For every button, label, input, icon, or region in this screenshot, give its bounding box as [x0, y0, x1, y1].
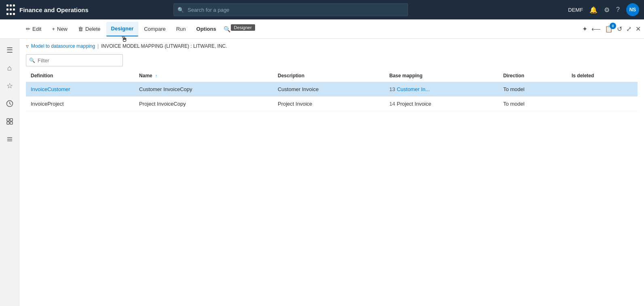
base-mapping-num: 13: [389, 86, 395, 92]
close-icon[interactable]: ✕: [636, 25, 641, 33]
search-bar-container: 🔍: [173, 3, 408, 16]
data-table-container: Definition Name ↑ Description Base mappi…: [19, 70, 644, 306]
toolbar: ✏ Edit + New 🗑 Delete Designer Designer …: [0, 19, 644, 39]
open-new-icon[interactable]: ⤢: [626, 25, 631, 33]
svg-rect-3: [7, 122, 9, 124]
cell-definition: InvoiceProject: [26, 97, 134, 111]
base-mapping-num: 14: [389, 101, 395, 107]
filter-bar: 🔍: [19, 51, 644, 70]
breadcrumb-link[interactable]: Model to datasource mapping: [31, 43, 95, 49]
content-area: ▿ Model to datasource mapping | INVOICE …: [19, 39, 644, 306]
sidebar-item-favorites[interactable]: ☆: [2, 78, 18, 94]
cell-base-mapping[interactable]: 13Customer In...: [384, 82, 498, 97]
col-header-is-deleted: Is deleted: [567, 70, 638, 82]
designer-button[interactable]: Designer: [106, 22, 139, 36]
cell-name: Customer InvoiceCopy: [134, 82, 273, 97]
filter-icon[interactable]: ▿: [26, 43, 29, 49]
run-button[interactable]: Run: [171, 22, 191, 36]
cell-is-deleted: [567, 97, 638, 111]
edit-icon: ✏: [26, 26, 30, 32]
svg-rect-4: [10, 122, 13, 124]
col-header-name[interactable]: Name ↑: [134, 70, 273, 82]
cell-base-mapping: 14Project Invoice: [384, 97, 498, 111]
collapse-icon[interactable]: ⟵: [591, 25, 601, 33]
sidebar-item-workspace[interactable]: [2, 113, 18, 130]
help-icon[interactable]: ?: [616, 6, 620, 13]
cell-direction: To model: [498, 97, 567, 111]
options-button[interactable]: Options: [192, 22, 221, 36]
sort-arrow-name: ↑: [155, 74, 157, 78]
breadcrumb-separator: |: [97, 43, 99, 49]
table-body: InvoiceCustomerCustomer InvoiceCopyCusto…: [26, 82, 638, 111]
delete-button[interactable]: 🗑 Delete: [73, 22, 106, 36]
new-button[interactable]: + New: [47, 22, 72, 36]
compare-button[interactable]: Compare: [139, 22, 170, 36]
sidebar: ☰ ⌂ ☆: [0, 39, 19, 306]
cell-description: Customer Invoice: [273, 82, 384, 97]
delete-icon: 🗑: [78, 26, 83, 32]
col-header-definition: Definition: [26, 70, 134, 82]
toolbar-search-icon[interactable]: 🔍: [224, 26, 230, 32]
filter-search-icon: 🔍: [29, 57, 35, 63]
refresh-icon[interactable]: ↺: [617, 25, 622, 33]
app-title: Finance and Operations: [19, 6, 89, 13]
cell-direction: To model: [498, 82, 567, 97]
sidebar-item-recent[interactable]: [2, 96, 18, 112]
cell-definition[interactable]: InvoiceCustomer: [26, 82, 134, 97]
settings-icon[interactable]: ⚙: [604, 6, 610, 14]
new-icon: +: [52, 26, 55, 32]
app-grid-icon[interactable]: [5, 4, 16, 15]
cell-is-deleted: [567, 82, 638, 97]
col-header-base-mapping: Base mapping: [384, 70, 498, 82]
search-input[interactable]: [173, 3, 408, 16]
table-header-row: Definition Name ↑ Description Base mappi…: [26, 70, 638, 82]
notification-badge-wrap[interactable]: 📋 0: [605, 25, 613, 33]
svg-rect-1: [7, 119, 9, 121]
personalize-icon[interactable]: ✦: [582, 25, 587, 33]
table-row[interactable]: InvoiceProjectProject InvoiceCopyProject…: [26, 97, 638, 111]
sidebar-item-list[interactable]: [2, 131, 18, 147]
cell-description: Project Invoice: [273, 97, 384, 111]
search-icon: 🔍: [177, 7, 184, 13]
svg-rect-2: [10, 119, 13, 121]
top-bar: Finance and Operations 🔍 DEMF 🔔 ⚙ ? NS: [0, 0, 644, 19]
designer-tooltip: Designer: [231, 24, 255, 31]
toolbar-right-icons: ✦ ⟵ 📋 0 ↺ ⤢ ✕: [582, 25, 641, 33]
col-header-description: Description: [273, 70, 384, 82]
filter-input[interactable]: [26, 54, 123, 66]
designer-btn-wrapper: Designer Designer 🖱: [106, 22, 139, 36]
mapping-table: Definition Name ↑ Description Base mappi…: [26, 70, 638, 111]
user-avatar[interactable]: NS: [626, 3, 639, 16]
cell-name: Project InvoiceCopy: [134, 97, 273, 111]
notification-icon[interactable]: 🔔: [589, 6, 598, 14]
top-bar-right: DEMF 🔔 ⚙ ? NS: [568, 3, 639, 16]
edit-button[interactable]: ✏ Edit: [21, 22, 46, 36]
username-label: DEMF: [568, 7, 583, 13]
breadcrumb-current: INVOICE MODEL MAPPING (LITWARE) : LITWAR…: [101, 43, 227, 49]
table-row[interactable]: InvoiceCustomerCustomer InvoiceCopyCusto…: [26, 82, 638, 97]
breadcrumb: ▿ Model to datasource mapping | INVOICE …: [19, 39, 644, 51]
col-header-direction: Direction: [498, 70, 567, 82]
sidebar-item-hamburger[interactable]: ☰: [2, 42, 18, 58]
sidebar-item-home[interactable]: ⌂: [2, 60, 18, 76]
filter-input-wrapper: 🔍: [26, 54, 123, 66]
notification-count: 0: [610, 23, 616, 29]
main-layout: ☰ ⌂ ☆ ▿: [0, 39, 644, 306]
